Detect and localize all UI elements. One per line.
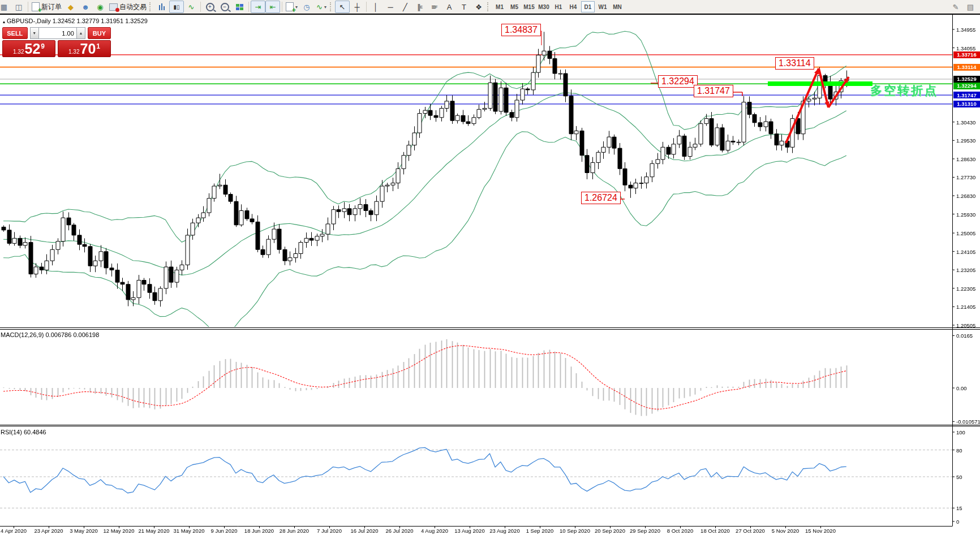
price-axis-label: 1.34055 [956, 45, 975, 51]
sell-button[interactable]: SELL [2, 27, 28, 39]
candlestick-mode-icon[interactable]: ▮▯ [169, 1, 184, 13]
autotrading-button[interactable]: 自动交易 [108, 1, 148, 13]
price-axis-label: 1.26830 [956, 193, 975, 199]
arrows-tool-icon[interactable]: ❖ [471, 1, 486, 13]
indicators-icon: ∿ [316, 3, 323, 11]
period-clock-icon[interactable]: ◷ [299, 1, 314, 13]
macd-axis-label: 0.00 [956, 385, 967, 391]
macd-label: MACD(12,26,9) 0.006786 0.006198 [1, 331, 99, 338]
chart-window-icon[interactable]: ▦ [0, 1, 11, 13]
timeframe-button-m5[interactable]: M5 [508, 1, 521, 12]
price-callout-label[interactable]: 1.31747 [694, 85, 733, 97]
price-badge: 1.31310 [953, 101, 980, 107]
price-axis-label: 1.24105 [956, 249, 975, 255]
date-axis-label: 23 Apr 2020 [34, 528, 63, 534]
date-axis-label: 1 Sep 2020 [526, 528, 554, 534]
community-icon[interactable]: ☻ [78, 1, 93, 13]
zoom-in-icon[interactable]: + [203, 1, 217, 13]
timeframe-button-m1[interactable]: M1 [493, 1, 506, 12]
autotrading-icon [109, 3, 118, 11]
collapse-triangle-icon[interactable]: ▴ [3, 19, 5, 24]
price-callout-label[interactable]: 1.32294 [658, 75, 698, 88]
price-badge: 1.32529 [953, 76, 980, 83]
buy-button[interactable]: BUY [88, 27, 111, 39]
price-badge: 1.32294 [953, 83, 980, 89]
price-badge: 1.33716 [953, 51, 980, 58]
timeframe-button-h1[interactable]: H1 [552, 1, 565, 12]
date-axis-label: 15 Nov 2020 [805, 528, 836, 534]
timeframe-button-m30[interactable]: M30 [537, 1, 551, 12]
date-axis-label: 20 Sep 2020 [595, 528, 625, 534]
volume-up-button[interactable]: ▲ [76, 27, 85, 39]
date-axis-label: 4 Apr 2020 [1, 528, 27, 534]
crosshair-tool-icon[interactable]: ┼ [350, 1, 364, 13]
date-axis-label: 26 Jul 2020 [385, 528, 413, 534]
cn-annotation[interactable]: 多空转折点 [870, 83, 938, 98]
zoom-out-icon[interactable]: − [217, 1, 232, 13]
caret-down-icon: ▼ [32, 31, 36, 35]
date-axis-label: 23 Aug 2020 [489, 528, 519, 534]
volume-input[interactable] [39, 27, 76, 39]
price-badge: 1.31747 [953, 92, 980, 98]
price-callout-label[interactable]: 1.34837 [501, 24, 541, 36]
macd-axis-label: 0.0165 [956, 333, 973, 339]
pencil-icon[interactable]: ✎ [948, 1, 963, 13]
new-order-button[interactable]: 新订单 [30, 1, 63, 13]
price-badge: 1.33114 [953, 64, 980, 71]
main-chart-canvas[interactable] [0, 15, 980, 535]
price-axis-label: 1.30430 [956, 119, 975, 126]
date-axis-label: 28 Jun 2020 [280, 528, 309, 534]
bar-chart-mode-icon[interactable] [154, 1, 169, 13]
sell-price-panel[interactable]: 1.32529 [2, 40, 55, 57]
new-order-icon [32, 2, 40, 11]
price-axis-label: 1.27730 [956, 174, 975, 180]
date-axis-label: 3 May 2020 [70, 528, 98, 534]
tile-windows-icon[interactable] [232, 1, 247, 13]
vertical-line-tool-icon[interactable]: │ [368, 1, 383, 13]
timeframe-button-h4[interactable]: H4 [566, 1, 580, 12]
text-tool-icon[interactable]: A [442, 1, 457, 13]
price-axis-label: 1.21405 [956, 304, 975, 310]
rsi-axis-label: 15 [956, 505, 962, 511]
price-axis-label: 1.34955 [956, 27, 975, 33]
signals-icon[interactable]: ◉ [93, 1, 108, 13]
fibonacci-tool-icon[interactable]: ≡F [427, 1, 442, 13]
chart-shift-icon[interactable]: ⇥ [251, 1, 265, 13]
indicators-dropdown-icon[interactable]: ▾ [324, 5, 326, 10]
timeframe-button-mn[interactable]: MN [611, 1, 624, 12]
rsi-axis-label: 50 [956, 474, 962, 480]
indicators-button[interactable]: ∿ ▾ [314, 1, 329, 13]
page-icon[interactable]: ▤ [963, 1, 978, 13]
rsi-axis-label: 0 [956, 519, 959, 525]
text-label-tool-icon[interactable]: T [457, 1, 471, 13]
date-axis-label: 18 Jun 2020 [244, 528, 274, 534]
price-callout-label[interactable]: 1.33114 [775, 57, 814, 70]
line-chart-mode-icon[interactable]: ∿ [184, 1, 199, 13]
template-icon [286, 2, 294, 11]
price-callout-label[interactable]: 1.26724 [581, 192, 621, 204]
timeframe-button-d1[interactable]: D1 [581, 1, 595, 12]
price-axis-label: 1.23205 [956, 267, 975, 273]
main-toolbar: ▦ ◫ 新订单 ◆ ☻ ◉ 自动交易 ▮▯ ∿ + − ⇥ ⇤ ▾ ◷ ∿ ▾ … [0, 0, 980, 15]
price-axis-label: 1.22305 [956, 286, 975, 292]
date-axis-label: 18 Oct 2020 [700, 528, 730, 534]
timeframe-button-w1[interactable]: W1 [596, 1, 609, 12]
rsi-axis-label: 100 [956, 429, 965, 435]
chart-window: ▴GBPUSD-,Daily 1.32452 1.32779 1.31951 1… [0, 15, 980, 535]
strategy-tester-icon[interactable]: ◫ [11, 1, 26, 13]
auto-scroll-icon[interactable]: ⇤ [265, 1, 280, 13]
trendline-tool-icon[interactable]: ╱ [398, 1, 412, 13]
equidistant-channel-tool-icon[interactable]: ∥E [412, 1, 427, 13]
price-axis-label: 1.28630 [956, 156, 975, 162]
date-axis-label: 31 May 2020 [174, 528, 205, 534]
volume-down-button[interactable]: ▼ [30, 27, 39, 39]
timeframe-button-m15[interactable]: M15 [522, 1, 536, 12]
buy-price-panel[interactable]: 1.32701 [58, 40, 111, 57]
cursor-tool-icon[interactable]: ↖ [335, 1, 350, 13]
price-axis-label: 1.25005 [956, 230, 975, 236]
new-template-button[interactable]: ▾ [284, 1, 299, 13]
date-axis-label: 4 Aug 2020 [421, 528, 448, 534]
mql5-market-icon[interactable]: ◆ [63, 1, 78, 13]
new-order-label: 新订单 [41, 2, 62, 12]
horizontal-line-tool-icon[interactable]: ─ [383, 1, 398, 13]
